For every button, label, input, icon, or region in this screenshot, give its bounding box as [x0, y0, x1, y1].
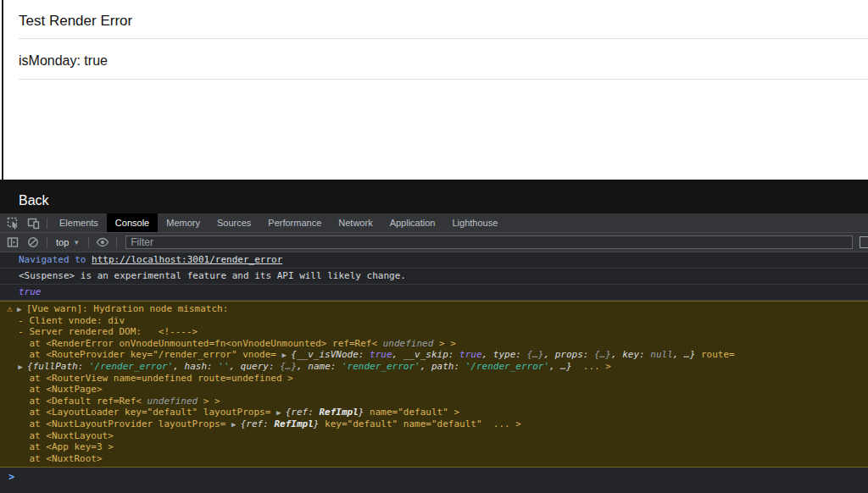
clear-console-button[interactable]: [23, 233, 43, 252]
device-toolbar-icon: [27, 217, 40, 230]
filter-input[interactable]: [125, 235, 853, 249]
tab-network[interactable]: Network: [330, 213, 381, 232]
console-text: true: [459, 349, 482, 360]
console-text: , …}: [549, 361, 572, 372]
divider: [19, 38, 868, 39]
console-text: ... >: [572, 361, 611, 372]
expand-arrow-icon[interactable]: ▶: [282, 351, 292, 359]
inspect-element-button[interactable]: [3, 213, 23, 232]
toolbar-separator: [47, 237, 47, 248]
expand-arrow-icon[interactable]: ▶: [13, 305, 26, 313]
clear-console-icon: [27, 236, 39, 248]
console-text: at <LayoutLoader key="default" layoutPro…: [7, 407, 276, 418]
console-text: at <NuxtRoot>: [7, 453, 103, 464]
console-output: Navigated to http://localhost:3001/rende…: [0, 252, 868, 487]
page-title: Test Render Error: [19, 13, 132, 30]
console-text: '': [218, 361, 229, 372]
console-link[interactable]: http://localhost:3001/render_error: [92, 254, 282, 265]
console-text: {ref:: [241, 418, 275, 429]
console-text: '/render_error': [465, 361, 549, 372]
console-text: {…}: [280, 361, 297, 372]
devtools-panel: ElementsConsoleMemorySourcesPerformanceN…: [0, 213, 868, 493]
console-text: , type:: [482, 349, 527, 360]
console-sidebar-button[interactable]: [3, 233, 23, 252]
cropped-control[interactable]: [860, 236, 868, 248]
console-text: > >: [433, 338, 456, 349]
console-message-log: true: [0, 285, 868, 301]
console-text: , path:: [420, 361, 465, 372]
page-left-border: [2, 0, 3, 180]
page-body-text: isMonday: true: [19, 53, 108, 69]
console-message-prompt: >: [0, 468, 868, 487]
toolbar-separator: [47, 218, 47, 229]
console-text: undefined: [147, 396, 198, 407]
console-text: , name:: [297, 361, 342, 372]
console-text: , key:: [611, 349, 650, 360]
console-message-warn: ⚠ ▶ [Vue warn]: Hydration node mismatch:…: [0, 301, 868, 468]
console-text: , __v_skip:: [392, 349, 459, 360]
console-text: name="default" >: [364, 407, 459, 418]
expand-arrow-icon[interactable]: ▶: [231, 420, 241, 429]
console-text: - Client vnode: div: [7, 315, 125, 326]
console-text: undefined: [383, 338, 434, 349]
console-text: {…}: [594, 349, 611, 360]
console-message-log: <Suspense> is an experimental feature an…: [0, 269, 868, 285]
console-text: > >: [198, 396, 220, 407]
console-text: at <NuxtLayoutProvider layoutProps=: [7, 418, 231, 429]
console-text: at <RouterView name=undefined route=unde…: [7, 373, 293, 384]
console-text: true: [370, 349, 392, 360]
devtools-tabs: ElementsConsoleMemorySourcesPerformanceN…: [51, 213, 506, 232]
console-text: at <RouteProvider key="/render_error" vn…: [7, 349, 282, 360]
console-text: {fullPath:: [27, 361, 89, 372]
console-text: at <App key=3 >: [7, 441, 114, 452]
tab-performance[interactable]: Performance: [259, 213, 330, 232]
console-text: , query:: [230, 361, 281, 372]
console-text: [Vue warn]: Hydration node mismatch:: [26, 303, 228, 314]
back-link[interactable]: Back: [19, 193, 49, 208]
context-selector-label: top: [56, 237, 69, 247]
console-text: route=: [695, 349, 734, 360]
tab-application[interactable]: Application: [381, 213, 444, 232]
console-text: at <Default ref=Ref<: [7, 396, 147, 407]
console-text: true: [19, 286, 42, 297]
console-text: , …}: [673, 349, 696, 360]
console-text: 'render_error': [342, 361, 420, 372]
inspect-cursor-icon: [7, 217, 19, 230]
device-toolbar-button[interactable]: [23, 213, 43, 232]
console-text: , hash:: [173, 361, 218, 372]
console-text: Navigated to: [19, 254, 92, 265]
toolbar-separator: [88, 237, 89, 248]
console-text: {ref:: [286, 407, 320, 418]
console-text: {…}: [527, 349, 544, 360]
expand-arrow-icon[interactable]: ▶: [18, 363, 27, 371]
chevron-down-icon: ▼: [73, 239, 80, 246]
console-text: RefImpl: [319, 407, 358, 418]
page-dark-section: Back: [0, 180, 868, 213]
console-text: '/render_error': [89, 361, 173, 372]
console-text: - Server rendered DOM: <!---->: [7, 326, 198, 337]
context-selector-dropdown[interactable]: top ▼: [51, 237, 85, 247]
console-text: {__v_isVNode:: [291, 349, 370, 360]
console-text: [7, 361, 18, 372]
warning-icon: ⚠: [7, 303, 13, 314]
devtools-tab-bar: ElementsConsoleMemorySourcesPerformanceN…: [0, 213, 868, 233]
console-toolbar: top ▼: [0, 233, 868, 252]
eye-icon: [96, 237, 109, 247]
toolbar-separator: [116, 237, 117, 248]
tab-memory[interactable]: Memory: [158, 213, 209, 232]
console-text: null: [650, 349, 673, 360]
live-expression-button[interactable]: [92, 233, 113, 252]
divider: [19, 79, 868, 80]
console-text: <Suspense> is an experimental feature an…: [19, 270, 406, 281]
console-text: at <NuxtPage>: [7, 384, 103, 395]
page-content: Test Render Error isMonday: true: [0, 0, 868, 180]
console-text: RefImpl: [275, 418, 314, 429]
tab-elements[interactable]: Elements: [51, 213, 107, 232]
console-text: at <NuxtLayout>: [7, 430, 114, 441]
console-message-info: Navigated to http://localhost:3001/rende…: [0, 252, 868, 269]
expand-arrow-icon[interactable]: ▶: [276, 408, 286, 417]
tab-console[interactable]: Console: [107, 213, 158, 232]
tab-sources[interactable]: Sources: [209, 213, 259, 232]
tab-lighthouse[interactable]: Lighthouse: [443, 213, 506, 232]
console-text: , props:: [543, 349, 594, 360]
